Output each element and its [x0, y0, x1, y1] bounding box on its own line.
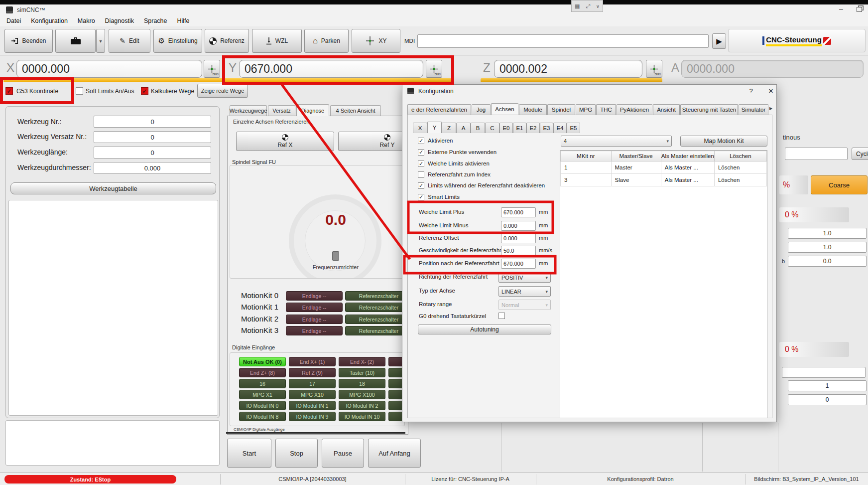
zeige-reale-wege-button[interactable]: Zeige reale Wege — [197, 84, 248, 98]
mkit-number-select[interactable]: 4▾ — [561, 136, 672, 147]
zero-z-button[interactable]: ZERO — [646, 60, 662, 78]
tab-werkzeugwege[interactable]: Werkzeugwege — [230, 105, 267, 116]
axis-tab-b[interactable]: B — [471, 123, 485, 133]
axis-tab-a[interactable]: A — [456, 123, 471, 133]
input-end-x-minus[interactable]: End X- (2) — [339, 357, 385, 366]
geschwindigkeit-input[interactable] — [501, 246, 536, 256]
input-mpg-x100[interactable]: MPG X100 — [339, 390, 385, 399]
input-io-in2[interactable]: IO Modul IN 2 — [339, 401, 385, 410]
jog-value-2[interactable] — [788, 242, 867, 253]
input-io-in10[interactable]: IO Modul IN 10 — [339, 412, 385, 421]
menu-diagnostik[interactable]: Diagnostik — [101, 17, 138, 24]
dialog-tab-module[interactable]: Module — [519, 104, 547, 115]
dialog-tab-jog[interactable]: Jog — [472, 104, 491, 115]
dialog-tab-achsen[interactable]: Achsen — [491, 103, 518, 115]
empty-field[interactable] — [782, 367, 866, 378]
chevron-down-icon[interactable]: ∨ — [596, 3, 600, 9]
count-field-2[interactable] — [788, 394, 867, 405]
aktivieren-checkbox[interactable]: ✓ — [418, 138, 424, 144]
axis-tab-e4[interactable]: E4 — [553, 123, 567, 133]
dialog-close-button[interactable]: × — [766, 86, 776, 96]
axis-tab-e2[interactable]: E2 — [526, 123, 540, 133]
cycle-button[interactable]: Cycle — [852, 148, 868, 160]
parken-button[interactable]: ⌂ Parken — [304, 29, 349, 53]
dialog-help-button[interactable]: ? — [746, 87, 756, 95]
auf-anfang-button[interactable]: Auf Anfang — [368, 439, 421, 468]
dialog-tab-referenzfahrten[interactable]: e der Referenzfahrten — [407, 104, 471, 115]
mdi-input[interactable] — [417, 34, 709, 48]
rotary-range-select[interactable]: Normal▾ — [498, 300, 551, 310]
zero-xy-button[interactable]: XY — [352, 29, 400, 53]
jog-value-3[interactable] — [788, 256, 867, 267]
open-file-dropdown-button[interactable]: ▾ — [96, 29, 105, 53]
tool-nr-input[interactable] — [94, 116, 211, 128]
input-18[interactable]: 18 — [339, 379, 385, 388]
pause-button[interactable]: Pause — [322, 439, 364, 468]
coarse-button[interactable]: Coarse — [811, 175, 868, 194]
typ-achse-select[interactable]: LINEAR▾ — [498, 286, 551, 297]
menu-hilfe[interactable]: Hilfe — [173, 17, 194, 24]
tool-offset-nr-input[interactable] — [94, 131, 211, 143]
richtung-select[interactable]: POSITIV▾ — [498, 272, 551, 283]
externe-punkte-checkbox[interactable]: ✓ — [418, 149, 424, 156]
axis-tab-x[interactable]: X — [413, 123, 427, 133]
axis-tab-e5[interactable]: E5 — [567, 123, 580, 133]
smart-limits-checkbox[interactable]: ✓ — [418, 194, 424, 200]
input-17[interactable]: 17 — [289, 379, 336, 388]
input-not-aus[interactable]: Not Aus OK (0) — [239, 357, 286, 366]
restore-button[interactable] — [857, 7, 862, 12]
tool-diameter-input[interactable] — [94, 162, 211, 174]
input-io-in0[interactable]: IO Modul IN 0 — [239, 401, 286, 410]
count-field-1[interactable] — [788, 380, 867, 391]
mdi-run-button[interactable]: ▶ — [712, 33, 726, 49]
dialog-tab-pyaktionen[interactable]: PyAktionen — [617, 104, 652, 115]
edit-button[interactable]: ✎ Edit — [109, 29, 150, 53]
wzl-button[interactable]: WZL — [252, 29, 302, 53]
dialog-tab-spindel[interactable]: Spindel — [547, 104, 575, 115]
tool-length-input[interactable] — [94, 147, 211, 159]
werkzeugtabelle-button[interactable]: Werkzeugtabelle — [10, 182, 216, 194]
axis-tab-e0[interactable]: E0 — [499, 123, 513, 133]
input-taster[interactable]: Taster (10) — [339, 368, 385, 377]
axis-tab-c[interactable]: C — [485, 123, 499, 133]
start-button[interactable]: Start — [227, 439, 271, 468]
axis-tab-y[interactable]: Y — [427, 122, 442, 133]
dialog-tab-ansicht[interactable]: Ansicht — [653, 104, 680, 115]
autotuning-button[interactable]: Autotuning — [418, 324, 551, 334]
soft-limits-checkbox[interactable]: ✓ — [76, 87, 83, 95]
menu-sprache[interactable]: Sprache — [139, 17, 172, 24]
zero-x-button[interactable]: ZERO — [204, 60, 220, 78]
input-io-in1[interactable]: IO Modul IN 1 — [289, 401, 336, 410]
kalkuliere-checkbox[interactable]: ✓ — [141, 87, 148, 95]
loeschen-button[interactable]: Löschen — [714, 174, 766, 186]
menu-datei[interactable]: Datei — [2, 17, 25, 24]
weiche-limit-plus-input[interactable] — [501, 207, 536, 217]
open-file-button[interactable] — [55, 29, 96, 53]
weiche-limit-minus-input[interactable] — [501, 221, 536, 231]
axis-tab-e3[interactable]: E3 — [540, 123, 553, 133]
referenzfahrt-index-checkbox[interactable]: ✓ — [418, 171, 424, 178]
map-motion-kit-button[interactable]: Map Motion Kit — [680, 136, 767, 147]
referenz-button[interactable]: Referenz — [205, 29, 249, 53]
tab-4-seiten-ansicht[interactable]: 4 Seiten Ansicht — [330, 105, 381, 116]
input-ref-z[interactable]: Ref Z (9) — [289, 368, 336, 377]
tab-diagnose[interactable]: Diagnose — [296, 104, 329, 116]
motionkit-0-endlage[interactable]: Endlage -- — [286, 291, 343, 301]
dialog-tab-thc[interactable]: THC — [596, 104, 616, 115]
referenz-offset-input[interactable] — [501, 233, 536, 243]
zero-y-button[interactable]: ZERO — [426, 60, 442, 78]
spindle-slider-handle[interactable] — [332, 251, 339, 261]
limits-deaktivieren-checkbox[interactable]: ✓ — [418, 182, 424, 189]
input-end-z-plus[interactable]: End Z+ (8) — [239, 368, 286, 377]
menu-konfiguration[interactable]: Konfiguration — [26, 17, 72, 24]
beenden-button[interactable]: Beenden — [4, 29, 53, 53]
grid-icon[interactable]: ▦ — [575, 3, 580, 9]
position-nach-input[interactable] — [501, 259, 536, 269]
ref-x-button[interactable]: Ref X — [236, 132, 334, 151]
input-mpg-x10[interactable]: MPG X10 — [289, 390, 336, 399]
dialog-tab-mpg[interactable]: MPG — [576, 104, 596, 115]
table-row[interactable]: 1 Master Als Master ... Löschen — [561, 162, 767, 174]
expand-icon[interactable]: ⤢ — [586, 3, 590, 9]
einstellung-button[interactable]: ⚙ Einstellung — [153, 29, 202, 53]
cycle-input[interactable] — [785, 148, 848, 160]
